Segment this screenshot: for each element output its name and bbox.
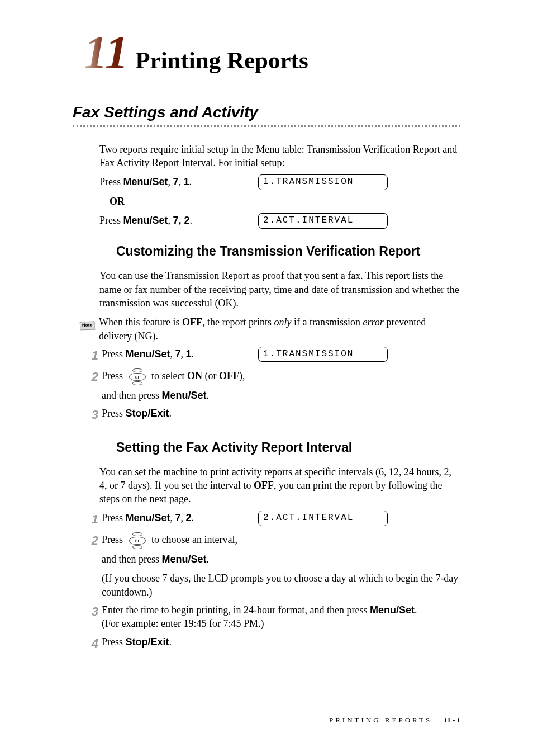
step2-note: (If you choose 7 days, the LCD prompts y…: [102, 571, 460, 599]
chapter-header: 11 Printing Reports: [84, 31, 460, 77]
step3-content: Press Stop/Exit.: [102, 407, 460, 420]
step-number: 1: [83, 347, 98, 364]
sub2-paragraph: You can set the machine to print activit…: [99, 465, 460, 506]
press-instruction-2: Press Menu/Set, 7, 2.: [99, 215, 192, 226]
subsection-title-interval: Setting the Fax Activity Report Interval: [116, 439, 460, 456]
note-block: Note When this feature is OFF, the repor…: [80, 315, 460, 343]
step-number: 3: [83, 407, 98, 423]
step2-content: Press or to select ON (or OFF), and then…: [102, 368, 460, 402]
page-footer: PRINTING REPORTS 11 - 1: [329, 715, 460, 725]
step-row: 2 Press or to select ON (or OFF), and th…: [83, 368, 460, 402]
chapter-title: Printing Reports: [135, 44, 308, 77]
lcd-display-transmission: 1.TRANSMISSION: [258, 174, 388, 190]
press-instruction-1: Press Menu/Set, 7, 1.: [99, 176, 192, 187]
or-separator: —OR—: [99, 195, 460, 208]
lcd-display-act-interval: 2.ACT.INTERVAL: [258, 213, 388, 229]
step3-content: Enter the time to begin printing, in 24-…: [102, 603, 460, 631]
step4-content: Press Stop/Exit.: [102, 635, 460, 649]
lcd-display-transmission-2: 1.TRANSMISSION: [258, 347, 388, 362]
nav-or-icon: or: [127, 368, 148, 385]
step-row: 1.TRANSMISSION 1 Press Menu/Set, 7, 1.: [83, 347, 460, 364]
section-title: Fax Settings and Activity: [73, 102, 460, 123]
step-number: 1: [83, 511, 98, 528]
chapter-number: 11: [84, 31, 129, 74]
note-text: When this feature is OFF, the report pri…: [99, 315, 460, 343]
note-icon: Note: [80, 316, 97, 343]
step-number: 2: [83, 532, 98, 549]
footer-page-number: 11 - 1: [444, 716, 460, 724]
step-number: 2: [83, 368, 98, 385]
intro-paragraph: Two reports require initial setup in the…: [99, 143, 460, 170]
step2-content: Press or to choose an interval, and then…: [102, 532, 460, 599]
sub1-paragraph: You can use the Transmission Report as p…: [99, 269, 460, 310]
step-row: 2.ACT.INTERVAL 1 Press Menu/Set, 7, 2.: [83, 511, 460, 528]
footer-section-label: PRINTING REPORTS: [329, 716, 432, 724]
subsection-title-customizing: Customizing the Transmission Verificatio…: [116, 243, 460, 260]
lcd-display-act-interval-2: 2.ACT.INTERVAL: [258, 511, 388, 526]
step-row: 3 Enter the time to begin printing, in 2…: [83, 603, 460, 631]
nav-or-icon: or: [127, 532, 148, 549]
step-row: 2 Press or to choose an interval, and th…: [83, 532, 460, 599]
step-row: 4 Press Stop/Exit.: [83, 635, 460, 652]
step3-example: (For example: enter 19:45 for 7:45 PM.): [102, 617, 460, 630]
step-number: 4: [83, 635, 98, 652]
step-number: 3: [83, 603, 98, 620]
step-row: 3 Press Stop/Exit.: [83, 407, 460, 423]
section-divider: [73, 125, 460, 127]
